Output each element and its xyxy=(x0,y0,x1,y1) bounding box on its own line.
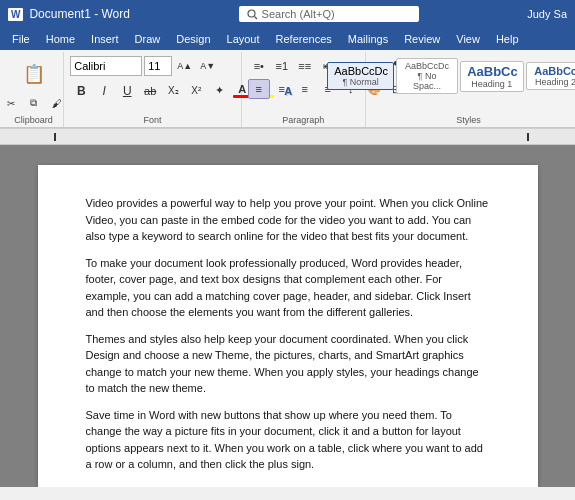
italic-button[interactable]: I xyxy=(93,80,115,101)
style-heading2-preview: AaBbCc xyxy=(533,65,575,77)
document-title: Document1 - Word xyxy=(29,7,129,21)
ruler-margin-left xyxy=(54,133,56,141)
menu-references[interactable]: References xyxy=(268,31,340,47)
menu-layout[interactable]: Layout xyxy=(219,31,268,47)
ribbon-content: 📋 ✂ ⧉ 🖌 Clipboard A▲ A▼ xyxy=(0,50,575,128)
ruler xyxy=(0,129,575,145)
style-normal-preview: AaBbCcDc xyxy=(334,65,387,77)
styles-label: Styles xyxy=(456,113,481,125)
cut-button[interactable]: ✂ xyxy=(0,93,22,113)
document-area[interactable]: Video provides a powerful way to help yo… xyxy=(0,145,575,487)
font-shrink-button[interactable]: A▼ xyxy=(197,56,218,76)
style-normal[interactable]: AaBbCcDc ¶ Normal xyxy=(327,62,394,90)
paragraph-5: Reading is easier, too, in the new Readi… xyxy=(86,483,490,488)
styles-gallery: AaBbCcDc ¶ Normal AaBbCcDc ¶ No Spac... … xyxy=(325,56,575,96)
styles-group: AaBbCcDc ¶ Normal AaBbCcDc ¶ No Spac... … xyxy=(366,52,571,127)
menu-file[interactable]: File xyxy=(4,31,38,47)
menu-design[interactable]: Design xyxy=(168,31,218,47)
strikethrough-button[interactable]: ab xyxy=(139,80,161,101)
menu-mailings[interactable]: Mailings xyxy=(340,31,396,47)
menu-insert[interactable]: Insert xyxy=(83,31,127,47)
ruler-margin-right xyxy=(527,133,529,141)
clipboard-controls: 📋 ✂ ⧉ 🖌 xyxy=(0,56,68,113)
font-format-row: B I U ab X₂ X² ✦ A A xyxy=(70,80,235,101)
style-heading1[interactable]: AaBbCc Heading 1 xyxy=(460,61,523,92)
style-no-spacing[interactable]: AaBbCcDc ¶ No Spac... xyxy=(396,58,458,94)
svg-point-0 xyxy=(248,10,255,17)
menu-home[interactable]: Home xyxy=(38,31,83,47)
document-page[interactable]: Video provides a powerful way to help yo… xyxy=(38,165,538,487)
paragraph-3: Themes and styles also help keep your do… xyxy=(86,331,490,397)
clear-format-button[interactable]: ✦ xyxy=(208,80,230,101)
style-no-spacing-label: ¶ No Spac... xyxy=(403,71,451,91)
word-icon: W xyxy=(8,8,23,21)
paragraph-label: Paragraph xyxy=(282,113,324,125)
copy-button[interactable]: ⧉ xyxy=(23,93,45,113)
search-icon xyxy=(247,9,258,20)
font-grow-button[interactable]: A▲ xyxy=(174,56,195,76)
align-left-button[interactable]: ≡ xyxy=(248,79,270,99)
menu-draw[interactable]: Draw xyxy=(127,31,169,47)
style-heading2-label: Heading 2 xyxy=(533,77,575,87)
search-box[interactable]: Search (Alt+Q) xyxy=(239,6,419,22)
font-size-input[interactable] xyxy=(144,56,172,76)
svg-line-1 xyxy=(254,16,257,19)
font-name-row: A▲ A▼ xyxy=(70,56,235,76)
font-group: A▲ A▼ B I U ab X₂ X² ✦ A xyxy=(64,52,242,127)
bold-button[interactable]: B xyxy=(70,80,92,101)
paragraph-4: Save time in Word with new buttons that … xyxy=(86,407,490,473)
clipboard-label: Clipboard xyxy=(14,113,53,125)
user-name: Judy Sa xyxy=(527,8,567,20)
superscript-button[interactable]: X² xyxy=(185,80,207,101)
numbering-button[interactable]: ≡1 xyxy=(271,56,293,76)
paragraph-1: Video provides a powerful way to help yo… xyxy=(86,195,490,245)
search-placeholder: Search (Alt+Q) xyxy=(262,8,335,20)
menu-view[interactable]: View xyxy=(448,31,488,47)
title-bar: W Document1 - Word Search (Alt+Q) Judy S… xyxy=(0,0,575,28)
style-heading1-label: Heading 1 xyxy=(467,79,516,89)
align-center-button[interactable]: ≡ xyxy=(271,79,293,99)
font-name-input[interactable] xyxy=(70,56,142,76)
menu-review[interactable]: Review xyxy=(396,31,448,47)
font-label: Font xyxy=(143,113,161,125)
bullets-button[interactable]: ≡• xyxy=(248,56,270,76)
menu-bar: File Home Insert Draw Design Layout Refe… xyxy=(0,28,575,50)
clipboard-group: 📋 ✂ ⧉ 🖌 Clipboard xyxy=(4,52,64,127)
style-normal-label: ¶ Normal xyxy=(334,77,387,87)
paste-button[interactable]: 📋 xyxy=(19,56,49,92)
align-right-button[interactable]: ≡ xyxy=(294,79,316,99)
style-no-spacing-preview: AaBbCcDc xyxy=(403,61,451,71)
paragraph-2: To make your document look professionall… xyxy=(86,255,490,321)
subscript-button[interactable]: X₂ xyxy=(162,80,184,101)
style-heading2[interactable]: AaBbCc Heading 2 xyxy=(526,62,575,90)
style-heading1-preview: AaBbCc xyxy=(467,64,516,79)
ribbon: 📋 ✂ ⧉ 🖌 Clipboard A▲ A▼ xyxy=(0,50,575,129)
multilevel-button[interactable]: ≡≡ xyxy=(294,56,316,76)
menu-help[interactable]: Help xyxy=(488,31,527,47)
title-bar-left: W Document1 - Word xyxy=(8,7,130,21)
underline-button[interactable]: U xyxy=(116,80,138,101)
